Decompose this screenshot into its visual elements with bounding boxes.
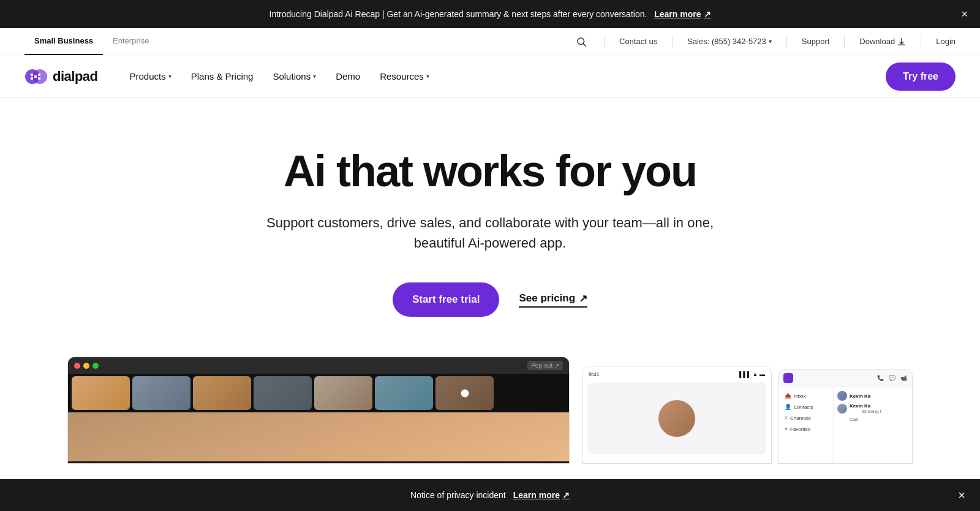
chat-sidebar: 📥 Inbox 👤 Contacts # Channels ▾	[778, 387, 834, 464]
sidebar-item-contacts[interactable]: 👤 Contacts	[782, 402, 829, 412]
divider4	[844, 36, 845, 48]
main-video-area	[68, 412, 569, 461]
divider	[604, 36, 605, 48]
products-chevron-icon: ▾	[168, 73, 172, 80]
small-business-tab[interactable]: Small Business	[24, 28, 103, 55]
divider3	[786, 36, 787, 48]
announcement-close-button[interactable]: ×	[961, 9, 968, 20]
phone-time: 9:41	[589, 371, 600, 377]
contact-us-link[interactable]: Contact us	[619, 37, 657, 46]
video-thumb-7	[435, 376, 494, 410]
announcement-text: Introducing Dialpad Ai Recap | Get an Ai…	[12, 9, 968, 19]
chat-username-2: Kevin Ka	[850, 403, 881, 409]
phone-screenshot: 9:41 ▌▌▌ ▲ ▬	[582, 366, 772, 464]
divider2	[672, 36, 673, 48]
chat-body: 📥 Inbox 👤 Contacts # Channels ▾	[778, 387, 912, 464]
hero-content: Ai that works for you Support customers,…	[214, 98, 766, 354]
chat-header: 📞 💬 📹	[778, 369, 912, 387]
announcement-arrow-icon: ↗	[704, 9, 711, 19]
video-thumb-2	[132, 376, 190, 410]
try-free-button[interactable]: Try free	[886, 62, 956, 91]
chat-user-1: Kevin Ka	[837, 391, 908, 401]
screenshots-area: Pop-out ↗	[0, 354, 980, 464]
traffic-light-green	[92, 363, 99, 369]
svg-line-1	[583, 44, 586, 46]
phone-signal-icons: ▌▌▌ ▲ ▬	[739, 371, 765, 377]
chat-username-1: Kevin Ka	[850, 393, 870, 399]
video-thumb-1	[72, 376, 130, 410]
logo[interactable]: dialpad	[24, 65, 98, 88]
hero-buttons: Start free trial See pricing ↗	[239, 282, 741, 317]
sidebar-item-inbox[interactable]: 📥 Inbox	[782, 391, 829, 401]
sales-phone-link[interactable]: Sales: (855) 342-5723 ▾	[687, 37, 772, 46]
chat-preview-text: Can	[850, 417, 908, 422]
login-link[interactable]: Login	[936, 37, 956, 46]
pop-out-button[interactable]: Pop-out ↗	[527, 361, 563, 370]
phone-content	[587, 382, 766, 454]
video-thumb-4	[254, 376, 312, 410]
see-pricing-link[interactable]: See pricing ↗	[519, 292, 587, 308]
utility-bar: Small Business Enterprise Contact us Sal…	[0, 28, 980, 55]
video-thumbnails	[68, 374, 569, 412]
chat-main: Kevin Ka Kevin Ka Sharing t Can	[834, 387, 912, 464]
video-call-screenshot: Pop-out ↗	[67, 357, 570, 464]
main-nav: dialpad Products ▾ Plans & Pricing Solut…	[0, 55, 980, 98]
hero-section: Ai that works for you Support customers,…	[0, 98, 980, 464]
svg-point-10	[461, 389, 469, 397]
traffic-light-yellow	[83, 363, 89, 369]
chat-screenshot: 📞 💬 📹 📥 Inbox 👤 Contacts	[778, 369, 913, 464]
phone-status-bar: 9:41 ▌▌▌ ▲ ▬	[587, 371, 766, 377]
video-thumb-3	[193, 376, 251, 410]
chat-user-2: Kevin Ka Sharing t	[837, 403, 908, 414]
logo-text: dialpad	[53, 69, 98, 85]
nav-plans-pricing[interactable]: Plans & Pricing	[184, 66, 261, 86]
chevron-down-icon: ▾	[769, 38, 772, 45]
nav-links: Products ▾ Plans & Pricing Solutions ▾ D…	[123, 66, 886, 86]
phone-avatar	[658, 400, 695, 437]
start-free-trial-button[interactable]: Start free trial	[393, 282, 500, 317]
nav-solutions[interactable]: Solutions ▾	[265, 66, 323, 86]
sidebar-item-channels[interactable]: # Channels	[782, 413, 829, 423]
search-button[interactable]	[573, 34, 589, 50]
divider5	[921, 36, 921, 48]
svg-rect-6	[31, 77, 33, 80]
chat-user2-status: Sharing t	[862, 409, 881, 414]
inbox-icon: 📥	[785, 393, 791, 399]
chat-action-icons: 📞 💬 📹	[877, 375, 907, 381]
dialpad-logo-icon	[24, 65, 48, 88]
enterprise-tab[interactable]: Enterprise	[103, 28, 159, 55]
chat-avatar-2	[837, 404, 847, 414]
download-icon	[897, 37, 906, 46]
video-icon[interactable]: 📹	[900, 375, 907, 381]
traffic-light-red	[74, 363, 80, 369]
svg-rect-8	[38, 77, 40, 80]
contacts-icon: 👤	[785, 404, 791, 410]
channels-icon: #	[785, 415, 788, 421]
hero-title: Ai that works for you	[239, 147, 741, 195]
nav-demo[interactable]: Demo	[328, 66, 368, 86]
announcement-bar: Introducing Dialpad Ai Recap | Get an Ai…	[0, 0, 980, 28]
video-thumb-5	[314, 376, 372, 410]
business-type-tabs: Small Business Enterprise	[24, 28, 159, 55]
favorites-icon: ▾	[785, 426, 788, 432]
resources-chevron-icon: ▾	[426, 73, 429, 80]
nav-cta: Try free	[886, 62, 956, 91]
nav-resources[interactable]: Resources ▾	[372, 66, 437, 86]
svg-rect-9	[34, 75, 37, 78]
nav-products[interactable]: Products ▾	[123, 66, 179, 86]
solutions-chevron-icon: ▾	[313, 73, 316, 80]
download-link[interactable]: Download	[859, 37, 906, 46]
see-pricing-arrow-icon: ↗	[579, 292, 587, 305]
video-thumb-6	[375, 376, 433, 410]
dialpad-mini-icon	[783, 373, 793, 383]
chat-avatar-1	[837, 391, 847, 401]
phone-icon[interactable]: 📞	[877, 375, 884, 381]
svg-rect-7	[38, 74, 40, 76]
announcement-link[interactable]: Learn more ↗	[654, 9, 710, 19]
support-link[interactable]: Support	[802, 37, 830, 46]
search-icon	[576, 36, 587, 47]
sidebar-item-favorites[interactable]: ▾ Favorites	[782, 424, 829, 434]
message-icon[interactable]: 💬	[889, 375, 895, 381]
chat-logo	[783, 373, 793, 383]
svg-rect-5	[31, 74, 33, 76]
